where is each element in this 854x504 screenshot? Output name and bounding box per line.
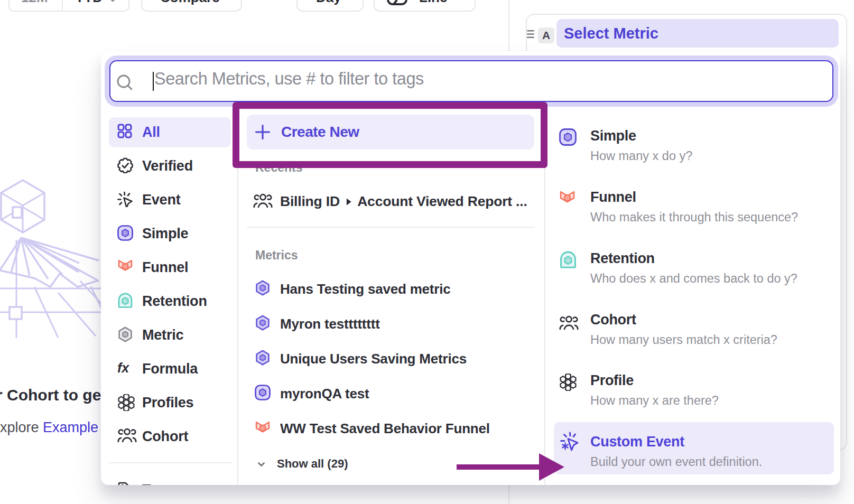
svg-text:fx: fx: [117, 360, 129, 375]
